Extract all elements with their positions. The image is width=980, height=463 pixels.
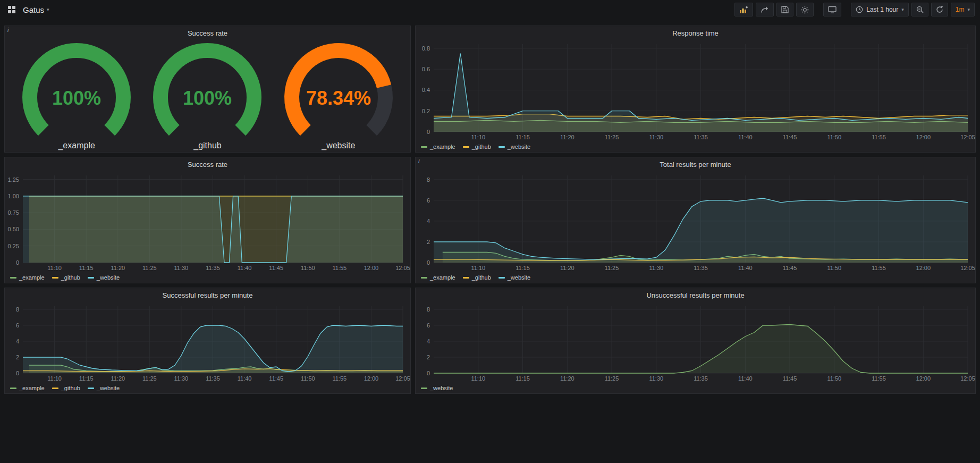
legend-item-github[interactable]: _github bbox=[463, 274, 491, 281]
legend-color-icon bbox=[88, 388, 94, 389]
gauge-value: 100% bbox=[52, 87, 101, 109]
svg-text:11:40: 11:40 bbox=[738, 134, 753, 140]
svg-text:12:00: 12:00 bbox=[916, 134, 931, 140]
svg-text:11:55: 11:55 bbox=[332, 265, 347, 271]
svg-text:0: 0 bbox=[427, 370, 430, 376]
dashboard-title-dropdown[interactable]: Gatus ▾ bbox=[23, 5, 49, 14]
svg-text:11:15: 11:15 bbox=[79, 265, 94, 271]
svg-text:11:20: 11:20 bbox=[111, 375, 125, 382]
legend-item-website[interactable]: _website bbox=[499, 274, 530, 281]
settings-button[interactable] bbox=[796, 3, 814, 16]
svg-text:11:50: 11:50 bbox=[827, 265, 841, 271]
svg-text:6: 6 bbox=[427, 197, 430, 204]
zoom-out-button[interactable] bbox=[911, 3, 928, 16]
svg-text:11:45: 11:45 bbox=[783, 265, 797, 271]
svg-text:0.8: 0.8 bbox=[422, 45, 430, 52]
svg-text:11:15: 11:15 bbox=[516, 375, 530, 382]
chart-canvas[interactable]: 11:1011:1511:2011:2511:3011:3511:4011:45… bbox=[416, 171, 975, 272]
grid-squares-icon bbox=[7, 5, 16, 14]
legend-color-icon bbox=[421, 277, 427, 279]
legend-item-website[interactable]: _website bbox=[421, 385, 453, 391]
svg-text:4: 4 bbox=[427, 218, 430, 224]
panel-title[interactable]: Successful results per minute bbox=[5, 288, 410, 302]
svg-text:11:25: 11:25 bbox=[142, 375, 157, 382]
gauge-value: 100% bbox=[183, 87, 232, 109]
svg-text:11:45: 11:45 bbox=[783, 375, 797, 382]
panel-title[interactable]: Unsuccessful results per minute bbox=[416, 288, 975, 302]
legend-label: _github bbox=[61, 274, 80, 281]
save-button[interactable] bbox=[776, 3, 793, 16]
panel-info-icon[interactable]: i bbox=[418, 158, 425, 165]
svg-text:12:05: 12:05 bbox=[960, 265, 975, 271]
caret-down-icon: ▾ bbox=[967, 7, 970, 12]
svg-text:11:35: 11:35 bbox=[694, 134, 708, 140]
cycle-view-mode-button[interactable] bbox=[823, 3, 841, 16]
refresh-button[interactable] bbox=[931, 3, 948, 16]
successful-results-chart[interactable]: 11:1011:1511:2011:2511:3011:3511:4011:45… bbox=[5, 302, 410, 383]
svg-text:11:10: 11:10 bbox=[47, 375, 62, 382]
success-rate-chart[interactable]: 11:1011:1511:2011:2511:3011:3511:4011:45… bbox=[5, 171, 410, 272]
legend-item-github[interactable]: _github bbox=[52, 385, 80, 391]
refresh-interval-dropdown[interactable]: 1m ▾ bbox=[951, 3, 975, 16]
panel-title[interactable]: Response time bbox=[416, 26, 975, 40]
gear-icon bbox=[801, 6, 809, 14]
gauge-label: _github bbox=[193, 141, 222, 150]
svg-text:8: 8 bbox=[427, 176, 430, 183]
svg-text:11:45: 11:45 bbox=[269, 265, 283, 271]
svg-text:11:35: 11:35 bbox=[206, 375, 220, 382]
legend-label: _github bbox=[61, 385, 80, 391]
svg-text:1.00: 1.00 bbox=[8, 193, 19, 199]
share-button[interactable] bbox=[756, 3, 774, 16]
time-range-picker[interactable]: Last 1 hour ▾ bbox=[851, 3, 909, 16]
legend-item-example[interactable]: _example bbox=[421, 274, 455, 281]
legend-label: _example bbox=[430, 144, 455, 150]
panel-title[interactable]: Total results per minute bbox=[416, 157, 975, 171]
svg-text:0: 0 bbox=[427, 259, 430, 266]
chart-canvas[interactable]: 11:1011:1511:2011:2511:3011:3511:4011:45… bbox=[416, 40, 975, 141]
legend-item-example[interactable]: _example bbox=[10, 385, 45, 391]
legend-item-website[interactable]: _website bbox=[88, 274, 120, 281]
chart-legend: _example_github_website bbox=[5, 383, 410, 393]
dashboard-grid-icon[interactable] bbox=[5, 3, 18, 16]
legend-item-github[interactable]: _github bbox=[52, 274, 80, 281]
svg-text:6: 6 bbox=[16, 322, 19, 329]
svg-text:8: 8 bbox=[427, 306, 430, 313]
svg-text:11:20: 11:20 bbox=[111, 265, 125, 271]
panel-info-icon[interactable]: i bbox=[7, 27, 14, 34]
response-time-chart[interactable]: 11:1011:1511:2011:2511:3011:3511:4011:45… bbox=[416, 40, 975, 141]
legend-item-website[interactable]: _website bbox=[499, 144, 530, 150]
svg-text:2: 2 bbox=[427, 239, 430, 245]
svg-text:11:55: 11:55 bbox=[872, 134, 886, 140]
legend-color-icon bbox=[421, 388, 427, 389]
legend-item-example[interactable]: _example bbox=[421, 144, 455, 150]
add-panel-button[interactable] bbox=[734, 3, 753, 16]
panel-title[interactable]: Success rate bbox=[5, 157, 410, 171]
legend-item-github[interactable]: _github bbox=[463, 144, 491, 150]
caret-down-icon: ▾ bbox=[901, 7, 904, 12]
svg-text:11:45: 11:45 bbox=[783, 134, 797, 140]
share-icon bbox=[761, 6, 769, 13]
svg-text:11:50: 11:50 bbox=[301, 375, 315, 382]
legend-label: _example bbox=[19, 385, 45, 391]
total-results-chart[interactable]: 11:1011:1511:2011:2511:3011:3511:4011:45… bbox=[416, 171, 975, 272]
navbar: Gatus ▾ bbox=[0, 0, 980, 19]
chart-canvas[interactable]: 11:1011:1511:2011:2511:3011:3511:4011:45… bbox=[5, 171, 410, 272]
svg-text:11:10: 11:10 bbox=[471, 134, 485, 140]
legend-label: _website bbox=[97, 385, 120, 391]
legend-item-example[interactable]: _example bbox=[10, 274, 45, 281]
legend-label: _website bbox=[508, 144, 530, 150]
unsuccessful-results-chart[interactable]: 11:1011:1511:2011:2511:3011:3511:4011:45… bbox=[416, 302, 975, 383]
chart-canvas[interactable]: 11:1011:1511:2011:2511:3011:3511:4011:45… bbox=[416, 302, 975, 383]
gauge-arc: 78.34% bbox=[276, 42, 401, 141]
svg-text:11:20: 11:20 bbox=[560, 134, 575, 140]
svg-text:11:40: 11:40 bbox=[238, 265, 252, 271]
legend-label: _website bbox=[508, 274, 530, 281]
legend-item-website[interactable]: _website bbox=[88, 385, 120, 391]
chart-canvas[interactable]: 11:1011:1511:2011:2511:3011:3511:4011:45… bbox=[5, 302, 410, 383]
svg-text:11:30: 11:30 bbox=[174, 265, 189, 271]
svg-text:12:00: 12:00 bbox=[364, 265, 379, 271]
panel-title[interactable]: Success rate bbox=[5, 26, 410, 40]
legend-label: _github bbox=[472, 274, 491, 281]
svg-text:0.50: 0.50 bbox=[8, 226, 19, 232]
svg-text:11:55: 11:55 bbox=[872, 265, 886, 271]
